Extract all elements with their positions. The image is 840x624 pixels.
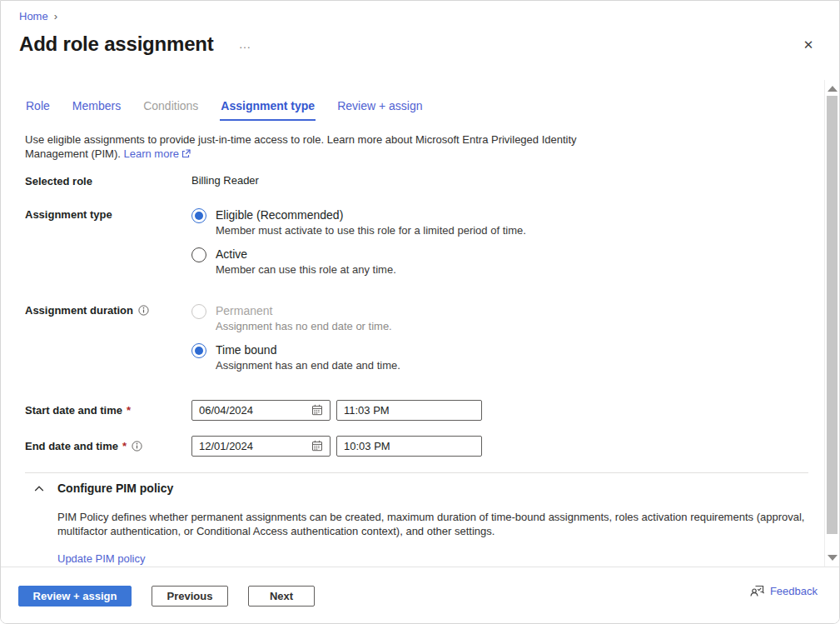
- breadcrumb: Home ›: [19, 10, 57, 22]
- required-asterisk: *: [127, 403, 131, 417]
- selected-role-row: Selected role Billing Reader: [25, 174, 784, 188]
- end-time-field[interactable]: [336, 436, 482, 457]
- radio-permanent: Permanent Assignment has no end date or …: [191, 303, 400, 333]
- review-assign-button[interactable]: Review + assign: [18, 586, 132, 607]
- more-options-icon[interactable]: …: [237, 37, 254, 52]
- assignment-type-row: Assignment type Eligible (Recommended) M…: [25, 207, 784, 286]
- start-time-input[interactable]: [344, 404, 475, 417]
- end-datetime-label: End date and time *: [25, 439, 191, 453]
- feedback-button[interactable]: Feedback: [749, 583, 818, 598]
- pim-policy-header[interactable]: Configure PIM policy: [25, 482, 784, 495]
- start-datetime-row: Start date and time *: [25, 399, 784, 421]
- radio-eligible[interactable]: Eligible (Recommended) Member must activ…: [191, 207, 526, 237]
- calendar-icon[interactable]: [311, 440, 323, 452]
- selected-role-value: Billing Reader: [191, 174, 259, 187]
- tab-members[interactable]: Members: [72, 99, 122, 121]
- pim-policy-description: PIM Policy defines whether permanent ass…: [57, 510, 808, 538]
- add-role-assignment-blade: Home › Add role assignment … ✕ Role Memb…: [0, 0, 840, 624]
- radio-time-bound[interactable]: Time bound Assignment has an end date an…: [191, 342, 400, 372]
- start-datetime-label-text: Start date and time: [25, 403, 122, 417]
- radio-eligible-description: Member must activate to use this role fo…: [216, 224, 526, 237]
- intro-text: Use eligible assignments to provide just…: [25, 132, 591, 161]
- pim-policy-section: Configure PIM policy PIM Policy defines …: [25, 472, 784, 567]
- radio-permanent-description: Assignment has no end date or time.: [216, 320, 392, 333]
- tab-conditions: Conditions: [142, 99, 199, 121]
- end-datetime-row: End date and time *: [25, 435, 784, 457]
- start-date-input[interactable]: [199, 404, 297, 417]
- radio-selected-icon: [191, 208, 206, 223]
- section-divider: [25, 472, 808, 473]
- radio-disabled-icon: [191, 304, 206, 319]
- breadcrumb-home-link[interactable]: Home: [19, 10, 48, 22]
- update-pim-policy-link[interactable]: Update PIM policy: [57, 552, 146, 565]
- pim-policy-heading: Configure PIM policy: [57, 482, 173, 495]
- scroll-up-icon[interactable]: [828, 85, 838, 92]
- tab-review-assign[interactable]: Review + assign: [336, 99, 423, 121]
- radio-permanent-label: Permanent: [216, 303, 392, 318]
- required-asterisk: *: [122, 439, 127, 453]
- assignment-duration-label-text: Assignment duration: [25, 303, 133, 317]
- blade-footer: Review + assign Previous Next Feedback: [1, 567, 839, 623]
- radio-active[interactable]: Active Member can use this role at any t…: [191, 247, 526, 277]
- start-date-field[interactable]: [191, 400, 331, 421]
- feedback-icon: [749, 583, 765, 598]
- info-icon[interactable]: [138, 305, 149, 316]
- end-date-field[interactable]: [191, 436, 331, 457]
- radio-selected-icon: [191, 343, 206, 358]
- learn-more-link[interactable]: Learn more: [124, 147, 191, 160]
- close-icon[interactable]: ✕: [800, 37, 817, 53]
- tab-assignment-type[interactable]: Assignment type: [220, 99, 316, 121]
- assignment-type-label: Assignment type: [25, 207, 191, 222]
- vertical-scrollbar[interactable]: [824, 80, 839, 567]
- assignment-duration-label: Assignment duration: [25, 303, 191, 317]
- radio-eligible-label: Eligible (Recommended): [216, 207, 526, 222]
- radio-active-description: Member can use this role at any time.: [216, 263, 396, 277]
- radio-active-label: Active: [216, 247, 396, 262]
- end-datetime-label-text: End date and time: [25, 439, 118, 453]
- external-link-icon: [181, 149, 191, 158]
- intro-description: Use eligible assignments to provide just…: [25, 133, 577, 160]
- selected-role-label: Selected role: [25, 174, 191, 188]
- end-time-input[interactable]: [344, 440, 475, 452]
- assignment-duration-row: Assignment duration Permanent Assignment…: [25, 303, 784, 382]
- radio-time-bound-label: Time bound: [216, 342, 400, 357]
- page-title: Add role assignment: [19, 32, 214, 56]
- blade-content: Role Members Conditions Assignment type …: [1, 80, 839, 567]
- start-time-field[interactable]: [336, 400, 482, 421]
- breadcrumb-separator-icon: ›: [54, 10, 57, 22]
- info-icon[interactable]: [132, 441, 142, 452]
- calendar-icon[interactable]: [311, 404, 323, 416]
- previous-button[interactable]: Previous: [152, 586, 228, 607]
- chevron-up-icon: [34, 485, 44, 492]
- feedback-label: Feedback: [770, 585, 818, 597]
- assignment-duration-radio-group: Permanent Assignment has no end date or …: [191, 303, 400, 382]
- radio-unselected-icon: [191, 247, 206, 262]
- assignment-type-radio-group: Eligible (Recommended) Member must activ…: [191, 207, 526, 286]
- wizard-tabs: Role Members Conditions Assignment type …: [25, 99, 784, 121]
- scrollbar-thumb[interactable]: [827, 96, 838, 534]
- next-button[interactable]: Next: [248, 586, 315, 607]
- end-date-input[interactable]: [199, 440, 297, 452]
- blade-header: Home › Add role assignment … ✕: [1, 1, 839, 80]
- start-datetime-label: Start date and time *: [25, 403, 191, 417]
- scroll-down-icon[interactable]: [828, 555, 838, 562]
- tab-role[interactable]: Role: [25, 99, 51, 121]
- learn-more-label: Learn more: [124, 147, 179, 160]
- radio-time-bound-description: Assignment has an end date and time.: [216, 359, 400, 372]
